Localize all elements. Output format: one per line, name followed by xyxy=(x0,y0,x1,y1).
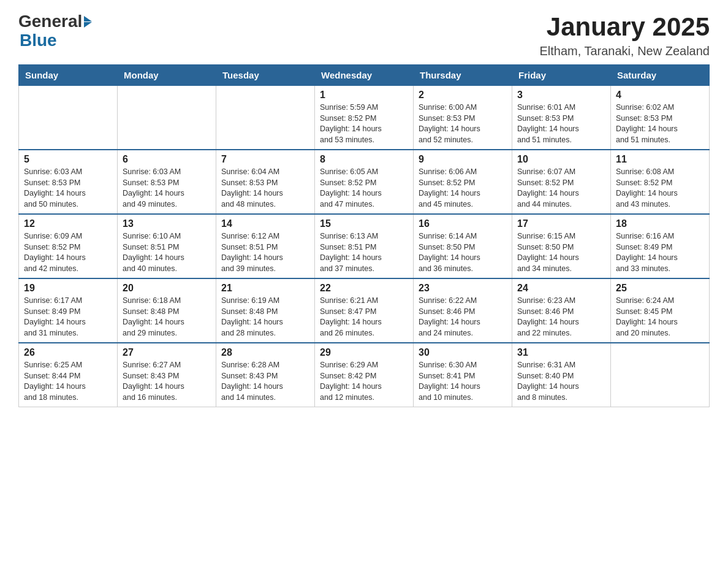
day-info: Sunrise: 6:08 AM Sunset: 8:52 PM Dayligh… xyxy=(616,167,704,210)
day-number: 21 xyxy=(221,283,309,294)
day-number: 28 xyxy=(221,347,309,358)
calendar-cell: 2Sunrise: 6:00 AM Sunset: 8:53 PM Daylig… xyxy=(414,86,512,150)
day-number: 19 xyxy=(24,283,112,294)
calendar-cell: 7Sunrise: 6:04 AM Sunset: 8:53 PM Daylig… xyxy=(216,150,315,214)
day-info: Sunrise: 6:00 AM Sunset: 8:53 PM Dayligh… xyxy=(419,102,507,145)
calendar-cell: 4Sunrise: 6:02 AM Sunset: 8:53 PM Daylig… xyxy=(611,86,710,150)
day-number: 18 xyxy=(616,218,704,229)
calendar-cell: 13Sunrise: 6:10 AM Sunset: 8:51 PM Dayli… xyxy=(118,214,216,278)
calendar-cell: 17Sunrise: 6:15 AM Sunset: 8:50 PM Dayli… xyxy=(512,214,611,278)
day-number: 7 xyxy=(221,154,309,165)
calendar-cell: 23Sunrise: 6:22 AM Sunset: 8:46 PM Dayli… xyxy=(414,278,512,343)
day-number: 4 xyxy=(616,90,704,101)
header-monday: Monday xyxy=(118,65,216,86)
day-number: 8 xyxy=(320,154,408,165)
day-info: Sunrise: 6:23 AM Sunset: 8:46 PM Dayligh… xyxy=(517,296,605,339)
header-tuesday: Tuesday xyxy=(216,65,315,86)
logo-general-text: General xyxy=(18,12,82,31)
header-saturday: Saturday xyxy=(611,65,710,86)
day-info: Sunrise: 6:10 AM Sunset: 8:51 PM Dayligh… xyxy=(123,231,211,274)
calendar-cell: 22Sunrise: 6:21 AM Sunset: 8:47 PM Dayli… xyxy=(315,278,414,343)
calendar-cell: 15Sunrise: 6:13 AM Sunset: 8:51 PM Dayli… xyxy=(315,214,414,278)
calendar-cell: 29Sunrise: 6:29 AM Sunset: 8:42 PM Dayli… xyxy=(315,343,414,407)
calendar-cell: 18Sunrise: 6:16 AM Sunset: 8:49 PM Dayli… xyxy=(611,214,710,278)
calendar-title: January 2025 xyxy=(539,12,710,42)
calendar-header: SundayMondayTuesdayWednesdayThursdayFrid… xyxy=(19,65,710,86)
calendar-table: SundayMondayTuesdayWednesdayThursdayFrid… xyxy=(18,64,710,407)
day-info: Sunrise: 6:12 AM Sunset: 8:51 PM Dayligh… xyxy=(221,231,309,274)
day-number: 12 xyxy=(24,218,112,229)
day-number: 5 xyxy=(24,154,112,165)
calendar-cell xyxy=(216,86,315,150)
day-number: 26 xyxy=(24,347,112,358)
day-info: Sunrise: 6:07 AM Sunset: 8:52 PM Dayligh… xyxy=(517,167,605,210)
calendar-cell: 3Sunrise: 6:01 AM Sunset: 8:53 PM Daylig… xyxy=(512,86,611,150)
day-info: Sunrise: 6:01 AM Sunset: 8:53 PM Dayligh… xyxy=(517,102,605,145)
logo-blue-text: Blue xyxy=(20,31,92,50)
day-number: 29 xyxy=(320,347,408,358)
calendar-cell: 19Sunrise: 6:17 AM Sunset: 8:49 PM Dayli… xyxy=(19,278,118,343)
day-info: Sunrise: 6:31 AM Sunset: 8:40 PM Dayligh… xyxy=(517,360,605,403)
calendar-cell: 16Sunrise: 6:14 AM Sunset: 8:50 PM Dayli… xyxy=(414,214,512,278)
header-wednesday: Wednesday xyxy=(315,65,414,86)
day-info: Sunrise: 6:25 AM Sunset: 8:44 PM Dayligh… xyxy=(24,360,112,403)
calendar-cell: 28Sunrise: 6:28 AM Sunset: 8:43 PM Dayli… xyxy=(216,343,315,407)
day-number: 20 xyxy=(123,283,211,294)
day-info: Sunrise: 6:27 AM Sunset: 8:43 PM Dayligh… xyxy=(123,360,211,403)
day-info: Sunrise: 6:13 AM Sunset: 8:51 PM Dayligh… xyxy=(320,231,408,274)
day-number: 25 xyxy=(616,283,704,294)
day-info: Sunrise: 6:24 AM Sunset: 8:45 PM Dayligh… xyxy=(616,296,704,339)
title-section: January 2025 Eltham, Taranaki, New Zeala… xyxy=(539,12,710,58)
page-header: General Blue January 2025 Eltham, Tarana… xyxy=(18,12,710,58)
day-number: 13 xyxy=(123,218,211,229)
calendar-cell: 21Sunrise: 6:19 AM Sunset: 8:48 PM Dayli… xyxy=(216,278,315,343)
calendar-cell: 5Sunrise: 6:03 AM Sunset: 8:53 PM Daylig… xyxy=(19,150,118,214)
day-number: 14 xyxy=(221,218,309,229)
day-number: 6 xyxy=(123,154,211,165)
day-number: 17 xyxy=(517,218,605,229)
calendar-cell: 30Sunrise: 6:30 AM Sunset: 8:41 PM Dayli… xyxy=(414,343,512,407)
day-info: Sunrise: 6:09 AM Sunset: 8:52 PM Dayligh… xyxy=(24,231,112,274)
calendar-cell: 8Sunrise: 6:05 AM Sunset: 8:52 PM Daylig… xyxy=(315,150,414,214)
calendar-cell: 24Sunrise: 6:23 AM Sunset: 8:46 PM Dayli… xyxy=(512,278,611,343)
week-row-1: 5Sunrise: 6:03 AM Sunset: 8:53 PM Daylig… xyxy=(19,150,710,214)
day-number: 30 xyxy=(419,347,507,358)
day-number: 23 xyxy=(419,283,507,294)
day-number: 16 xyxy=(419,218,507,229)
calendar-body: 1Sunrise: 5:59 AM Sunset: 8:52 PM Daylig… xyxy=(19,86,710,407)
header-thursday: Thursday xyxy=(414,65,512,86)
day-info: Sunrise: 6:04 AM Sunset: 8:53 PM Dayligh… xyxy=(221,167,309,210)
day-number: 9 xyxy=(419,154,507,165)
calendar-cell xyxy=(19,86,118,150)
day-info: Sunrise: 6:15 AM Sunset: 8:50 PM Dayligh… xyxy=(517,231,605,274)
header-friday: Friday xyxy=(512,65,611,86)
day-info: Sunrise: 6:29 AM Sunset: 8:42 PM Dayligh… xyxy=(320,360,408,403)
day-number: 10 xyxy=(517,154,605,165)
day-number: 27 xyxy=(123,347,211,358)
day-info: Sunrise: 6:05 AM Sunset: 8:52 PM Dayligh… xyxy=(320,167,408,210)
day-number: 2 xyxy=(419,90,507,101)
calendar-cell: 27Sunrise: 6:27 AM Sunset: 8:43 PM Dayli… xyxy=(118,343,216,407)
day-info: Sunrise: 6:14 AM Sunset: 8:50 PM Dayligh… xyxy=(419,231,507,274)
week-row-2: 12Sunrise: 6:09 AM Sunset: 8:52 PM Dayli… xyxy=(19,214,710,278)
logo: General Blue xyxy=(18,12,92,50)
calendar-cell: 25Sunrise: 6:24 AM Sunset: 8:45 PM Dayli… xyxy=(611,278,710,343)
day-info: Sunrise: 6:28 AM Sunset: 8:43 PM Dayligh… xyxy=(221,360,309,403)
day-info: Sunrise: 6:18 AM Sunset: 8:48 PM Dayligh… xyxy=(123,296,211,339)
calendar-subtitle: Eltham, Taranaki, New Zealand xyxy=(539,44,710,58)
day-number: 3 xyxy=(517,90,605,101)
calendar-cell: 1Sunrise: 5:59 AM Sunset: 8:52 PM Daylig… xyxy=(315,86,414,150)
week-row-3: 19Sunrise: 6:17 AM Sunset: 8:49 PM Dayli… xyxy=(19,278,710,343)
day-info: Sunrise: 6:21 AM Sunset: 8:47 PM Dayligh… xyxy=(320,296,408,339)
calendar-cell: 26Sunrise: 6:25 AM Sunset: 8:44 PM Dayli… xyxy=(19,343,118,407)
calendar-cell: 10Sunrise: 6:07 AM Sunset: 8:52 PM Dayli… xyxy=(512,150,611,214)
day-info: Sunrise: 5:59 AM Sunset: 8:52 PM Dayligh… xyxy=(320,102,408,145)
calendar-cell xyxy=(118,86,216,150)
day-info: Sunrise: 6:02 AM Sunset: 8:53 PM Dayligh… xyxy=(616,102,704,145)
day-info: Sunrise: 6:17 AM Sunset: 8:49 PM Dayligh… xyxy=(24,296,112,339)
week-row-4: 26Sunrise: 6:25 AM Sunset: 8:44 PM Dayli… xyxy=(19,343,710,407)
calendar-cell: 14Sunrise: 6:12 AM Sunset: 8:51 PM Dayli… xyxy=(216,214,315,278)
calendar-cell: 9Sunrise: 6:06 AM Sunset: 8:52 PM Daylig… xyxy=(414,150,512,214)
day-number: 31 xyxy=(517,347,605,358)
calendar-cell xyxy=(611,343,710,407)
